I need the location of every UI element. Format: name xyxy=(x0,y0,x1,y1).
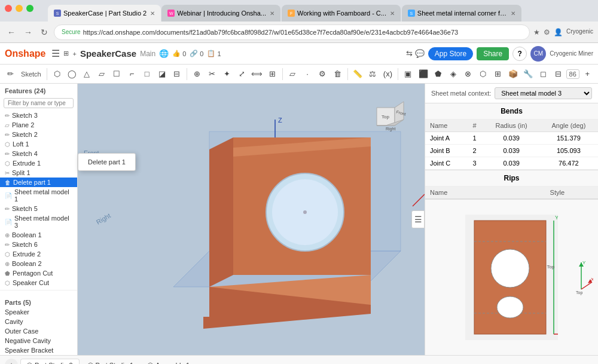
more-icon[interactable]: + xyxy=(72,50,76,57)
sidebar-item-sketch6[interactable]: ✏ Sketch 6 xyxy=(0,240,77,249)
hamburger-menu[interactable]: ☰ xyxy=(51,48,60,59)
tool-plane[interactable]: ▱ xyxy=(286,67,300,81)
sidebar-item-outercase[interactable]: Outer Case xyxy=(0,326,77,336)
tool-point[interactable]: · xyxy=(301,67,315,81)
app-store-button[interactable]: App Store xyxy=(428,47,473,60)
sidebar-item-cavity[interactable]: Cavity xyxy=(0,317,77,326)
sketch-button[interactable]: ✏ xyxy=(4,67,17,81)
tool-sm2[interactable]: ⬛ xyxy=(416,67,430,81)
sidebar-item-deletepart1[interactable]: 🗑 Delete part 1 xyxy=(0,178,77,187)
sketch-label[interactable]: Sketch xyxy=(19,71,44,78)
tool-move[interactable]: ✦ xyxy=(220,67,234,81)
sidebar-item-sheetmetal1[interactable]: 📄 Sheet metal model 1 xyxy=(0,187,77,204)
sidebar-item-speakerbracket[interactable]: Speaker Bracket xyxy=(0,345,77,355)
sidebar-item-sheetmetal3[interactable]: 📄 Sheet metal model 3 xyxy=(0,213,77,230)
chat-icon[interactable]: 💬 xyxy=(415,49,425,58)
bookmark-icon[interactable]: ★ xyxy=(533,28,540,36)
tool-variables[interactable]: (x) xyxy=(381,67,395,81)
sidebar-item-pentagoncut[interactable]: ⬟ Pentagon Cut xyxy=(0,268,77,278)
tool-sm11[interactable]: ⊟ xyxy=(551,67,565,81)
sidebar-item-plane2[interactable]: ▱ Plane 2 xyxy=(0,120,77,130)
tool-add[interactable]: + xyxy=(581,67,594,81)
tool-sm5[interactable]: ⊗ xyxy=(461,67,475,81)
tool-pattern[interactable]: ⊞ xyxy=(266,67,279,81)
sidebar-item-boolean1[interactable]: ⊕ Boolean 1 xyxy=(0,230,77,240)
sidebar-item-split1[interactable]: ✂ Split 1 xyxy=(0,168,77,178)
tool-scale[interactable]: ⤢ xyxy=(235,67,249,81)
grid-icon[interactable]: ⊞ xyxy=(63,50,69,57)
tool-chamfer[interactable]: ⌐ xyxy=(125,67,139,81)
share-button[interactable]: Share xyxy=(477,47,509,60)
tool-boolean[interactable]: ⊕ xyxy=(190,67,204,81)
tool-sm8[interactable]: 📦 xyxy=(506,67,520,81)
sidebar-item-sketch5[interactable]: ✏ Sketch 5 xyxy=(0,204,77,213)
tool-measure[interactable]: 📏 xyxy=(351,67,365,81)
tool-sm4[interactable]: ◈ xyxy=(446,67,460,81)
tab-sheetmetal[interactable]: S Sheet metal internal corner fli... ✕ xyxy=(402,5,521,22)
maximize-button[interactable] xyxy=(26,5,33,12)
sidebar-item-sketch3[interactable]: ✏ Sketch 3 xyxy=(0,111,77,120)
tab-webinar[interactable]: W Webinar | Introducing Onsha... ✕ xyxy=(161,5,280,22)
tool-sm10[interactable]: ◻ xyxy=(536,67,550,81)
tool-split[interactable]: ✂ xyxy=(205,67,219,81)
viewport[interactable]: Front Right Z xyxy=(78,84,425,355)
onshape-logo[interactable]: Onshape xyxy=(5,48,45,59)
filter-input[interactable] xyxy=(4,98,74,108)
tool-sm1[interactable]: ▣ xyxy=(401,67,415,81)
tool-extrude[interactable]: ⬡ xyxy=(50,67,64,81)
back-button[interactable]: ← xyxy=(5,26,18,38)
sidebar-item-sketch4[interactable]: ✏ Sketch 4 xyxy=(0,149,77,158)
forward-button[interactable]: → xyxy=(22,26,35,38)
tool-rib[interactable]: ⊟ xyxy=(170,67,184,81)
tool-sm9[interactable]: 🔧 xyxy=(521,67,535,81)
tab-close-webinar[interactable]: ✕ xyxy=(270,10,274,17)
tool-loft[interactable]: ▱ xyxy=(95,67,109,81)
pentagoncut-label: Pentagon Cut xyxy=(13,270,53,277)
bottom-tab-assembly1[interactable]: ⬡ Assembly 1 xyxy=(142,359,196,365)
sidebar-item-speakercut[interactable]: ⬡ Speaker Cut xyxy=(0,278,77,287)
minimize-button[interactable] xyxy=(16,5,23,12)
tab-close-partstudio2[interactable]: ✕ xyxy=(150,10,155,17)
tool-count[interactable]: 86 xyxy=(566,69,579,79)
tab-partstudio2[interactable]: S SpeakerCase | Part Studio 2 ✕ xyxy=(48,5,161,22)
tool-mass[interactable]: ⚖ xyxy=(366,67,380,81)
unfold-panel-button[interactable]: ☰ xyxy=(411,210,425,228)
sidebar-item-sketch2[interactable]: ✏ Sketch 2 xyxy=(0,130,77,139)
tool-mirror[interactable]: ⟺ xyxy=(250,67,264,81)
extensions-icon[interactable]: ⚙ xyxy=(544,28,550,36)
tab-foamboard[interactable]: F Working with Foamboard - C... ✕ xyxy=(282,5,401,22)
sidebar-item-loft1[interactable]: ⬡ Loft 1 xyxy=(0,139,77,149)
close-button[interactable] xyxy=(5,5,12,12)
tool-fillet[interactable]: ☐ xyxy=(110,67,124,81)
refresh-button[interactable]: ↻ xyxy=(38,26,50,38)
tab-close-sheetmetal[interactable]: ✕ xyxy=(511,10,515,17)
sidebar-item-negativecavity[interactable]: Negative Cavity xyxy=(0,336,77,345)
context-menu-deletepart1[interactable]: Delete part 1 xyxy=(78,156,135,168)
profile-icon[interactable]: 👤 xyxy=(554,28,563,36)
add-studio-button[interactable]: + xyxy=(5,359,18,365)
user-avatar[interactable]: CM xyxy=(530,46,546,62)
help-button[interactable]: ? xyxy=(512,47,527,61)
tool-revolve[interactable]: ◯ xyxy=(65,67,79,81)
bottom-tab-partstudio1[interactable]: ⬡ Part Studio 1 xyxy=(82,359,140,365)
url-bar[interactable]: Secure https://cad.onshape.com/documents… xyxy=(54,25,530,40)
tool-mate[interactable]: ⚙ xyxy=(316,67,329,81)
globe-icon[interactable]: 🌐 xyxy=(159,49,169,58)
tool-sm7[interactable]: ⊞ xyxy=(491,67,505,81)
sidebar-item-boolean2[interactable]: ⊕ Boolean 2 xyxy=(0,259,77,268)
tool-sweep[interactable]: △ xyxy=(80,67,94,81)
tool-sm3[interactable]: ⬟ xyxy=(431,67,445,81)
bottom-tab-partstudio2[interactable]: ⬡ Part Studio 2 xyxy=(20,359,80,365)
sync-icon[interactable]: ⇆ xyxy=(406,49,413,58)
view-cube[interactable]: Top Front Right xyxy=(365,99,407,142)
onshape-header: Onshape ☰ ⊞ + SpeakerCase Main 🌐 👍 0 🔗 0… xyxy=(0,43,598,65)
tool-draft[interactable]: ◪ xyxy=(155,67,169,81)
tool-shell[interactable]: □ xyxy=(140,67,154,81)
sidebar-item-speaker[interactable]: Speaker xyxy=(0,307,77,317)
sidebar-item-extrude2[interactable]: ⬡ Extrude 2 xyxy=(0,249,77,259)
tab-close-foamboard[interactable]: ✕ xyxy=(390,10,395,17)
tool-sm6[interactable]: ⬡ xyxy=(476,67,490,81)
sidebar-item-extrude1[interactable]: ⬡ Extrude 1 xyxy=(0,158,77,168)
tool-delete[interactable]: 🗑 xyxy=(331,67,344,81)
sm-context-select[interactable]: Sheet metal model 3 xyxy=(495,87,592,99)
